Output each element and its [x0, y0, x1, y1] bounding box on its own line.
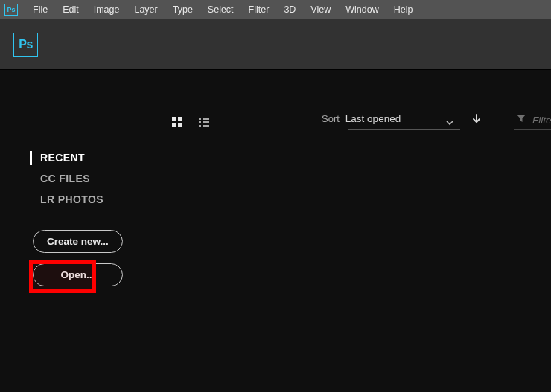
open-button[interactable]: Open...	[33, 263, 123, 286]
menu-edit[interactable]: Edit	[55, 4, 86, 15]
app-logo: Ps	[13, 33, 38, 57]
svg-rect-5	[203, 118, 209, 120]
menu-window[interactable]: Window	[338, 4, 386, 15]
menu-view[interactable]: View	[303, 4, 338, 15]
funnel-icon	[516, 113, 526, 126]
home-actions: Create new... Open...	[33, 230, 123, 286]
filter-control[interactable]: Filter	[516, 113, 551, 126]
sort-underline	[348, 129, 460, 130]
svg-rect-1	[178, 117, 182, 121]
chevron-down-icon[interactable]	[445, 117, 454, 130]
sort-direction-icon[interactable]	[471, 113, 482, 129]
sidenav-lr-photos[interactable]: LR PHOTOS	[31, 193, 103, 205]
create-new-button[interactable]: Create new...	[33, 230, 123, 253]
menu-filter[interactable]: Filter	[241, 4, 277, 15]
grid-view-icon[interactable]	[171, 116, 183, 128]
svg-rect-6	[199, 121, 201, 123]
sort-label: Sort	[322, 113, 340, 124]
sort-control[interactable]: Sort Last opened	[322, 113, 445, 124]
menu-image[interactable]: Image	[86, 4, 127, 15]
svg-rect-0	[172, 117, 176, 121]
menubar: Ps File Edit Image Layer Type Select Fil…	[0, 0, 551, 19]
filter-label: Filter	[532, 115, 551, 126]
sidenav-cc-files[interactable]: CC FILES	[31, 173, 103, 184]
svg-rect-9	[203, 125, 209, 127]
menu-type[interactable]: Type	[165, 4, 200, 15]
menu-3d[interactable]: 3D	[276, 4, 303, 15]
svg-rect-7	[203, 121, 209, 123]
svg-rect-8	[199, 125, 201, 127]
menu-help[interactable]: Help	[386, 4, 421, 15]
view-toggle	[171, 116, 210, 128]
app-icon-mini: Ps	[4, 4, 18, 16]
menu-select[interactable]: Select	[200, 4, 241, 15]
svg-rect-3	[178, 123, 182, 127]
list-view-icon[interactable]	[198, 116, 210, 128]
sidenav-recent[interactable]: RECENT	[31, 152, 103, 164]
menu-layer[interactable]: Layer	[127, 4, 165, 15]
svg-rect-2	[172, 123, 176, 127]
filter-underline	[514, 129, 551, 130]
sort-value: Last opened	[345, 113, 445, 124]
home-toolbar	[0, 113, 551, 131]
menu-file[interactable]: File	[25, 4, 55, 15]
home-screen: Sort Last opened Filter RECENT CC FILES …	[0, 70, 551, 392]
svg-rect-4	[199, 118, 201, 120]
app-header: Ps	[0, 19, 551, 70]
home-sidenav: RECENT CC FILES LR PHOTOS	[31, 152, 103, 205]
